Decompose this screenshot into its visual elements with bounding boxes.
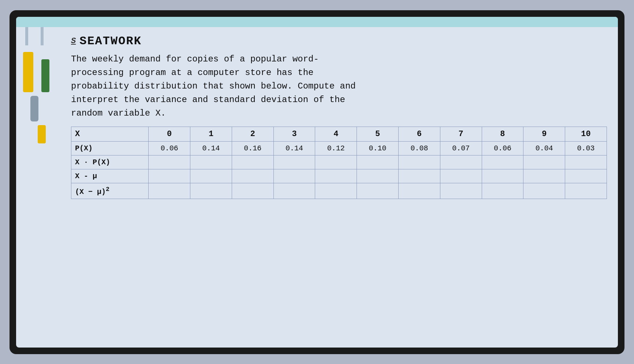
deco-yellow-bar-2	[38, 125, 46, 143]
table-row-xmu: X - μ	[71, 169, 607, 183]
px-val-7: 0.07	[440, 142, 482, 155]
xmu-val-3	[273, 169, 315, 183]
px-val-2: 0.16	[232, 142, 273, 155]
xmu2-val-10	[565, 183, 607, 199]
row-label-xpx: X · P(X)	[71, 155, 149, 169]
xmu2-val-2	[232, 183, 273, 199]
row-label-xmu: X - μ	[71, 169, 149, 183]
xmu2-val-3	[273, 183, 315, 199]
col-header-6: 6	[399, 127, 440, 142]
xpx-val-9	[523, 155, 565, 169]
main-content: S SEATWORK The weekly demand for copies …	[67, 27, 618, 348]
xpx-val-6	[399, 155, 440, 169]
probability-table: X 0 1 2 3 4 5 6 7 8 9 10	[71, 127, 607, 199]
xmu2-val-4	[315, 183, 357, 199]
col-header-1: 1	[190, 127, 232, 142]
xmu-val-7	[440, 169, 482, 183]
xmu-val-9	[523, 169, 565, 183]
desc-line2: processing program at a computer store h…	[71, 68, 314, 78]
paperclip-icon	[25, 27, 44, 45]
px-val-9: 0.04	[523, 142, 565, 155]
px-val-4: 0.12	[315, 142, 357, 155]
sidebar-decoration	[16, 27, 67, 348]
xpx-val-4	[315, 155, 357, 169]
xmu2-val-0	[149, 183, 190, 199]
xmu-val-0	[149, 169, 190, 183]
xmu2-val-1	[190, 183, 232, 199]
desc-line1: The weekly demand for copies of a popula…	[71, 54, 319, 64]
xmu2-val-5	[357, 183, 399, 199]
row-label-xmu2: (X − μ)2	[71, 183, 149, 199]
xpx-val-2	[232, 155, 273, 169]
xpx-val-0	[149, 155, 190, 169]
table-row-px: P(X) 0.06 0.14 0.16 0.14 0.12 0.10 0.08 …	[71, 142, 607, 155]
deco-green-bar	[41, 59, 49, 92]
col-header-4: 4	[315, 127, 357, 142]
xpx-val-8	[482, 155, 523, 169]
desc-line5: random variable X.	[71, 108, 166, 118]
px-val-10: 0.03	[565, 142, 607, 155]
table-header-row: X 0 1 2 3 4 5 6 7 8 9 10	[71, 127, 607, 142]
col-header-9: 9	[523, 127, 565, 142]
seatwork-title: SEATWORK	[79, 34, 142, 48]
col-header-10: 10	[565, 127, 607, 142]
monitor-frame: S SEATWORK The weekly demand for copies …	[10, 10, 624, 354]
table-row-xmu2: (X − μ)2	[71, 183, 607, 199]
px-val-3: 0.14	[273, 142, 315, 155]
xpx-val-10	[565, 155, 607, 169]
px-val-1: 0.14	[190, 142, 232, 155]
xmu-val-8	[482, 169, 523, 183]
desc-line4: interpret the variance and standard devi…	[71, 95, 345, 105]
row-label-px: P(X)	[71, 142, 149, 155]
xmu2-val-6	[399, 183, 440, 199]
xmu2-val-9	[523, 183, 565, 199]
col-header-3: 3	[273, 127, 315, 142]
xmu2-val-8	[482, 183, 523, 199]
xmu-val-4	[315, 169, 357, 183]
px-val-6: 0.08	[399, 142, 440, 155]
xmu-val-1	[190, 169, 232, 183]
xpx-val-1	[190, 155, 232, 169]
desc-line3: probability distribution that shown belo…	[71, 81, 356, 91]
s-underline: S	[71, 37, 76, 46]
px-val-5: 0.10	[357, 142, 399, 155]
xpx-val-5	[357, 155, 399, 169]
xpx-val-7	[440, 155, 482, 169]
xmu-val-2	[232, 169, 273, 183]
xmu2-val-7	[440, 183, 482, 199]
xmu-val-6	[399, 169, 440, 183]
xpx-val-3	[273, 155, 315, 169]
col-header-0: 0	[149, 127, 190, 142]
deco-gray-bar	[30, 96, 38, 121]
px-val-8: 0.06	[482, 142, 523, 155]
table-row-xpx: X · P(X)	[71, 155, 607, 169]
xmu-val-5	[357, 169, 399, 183]
top-strip	[16, 17, 618, 27]
px-val-0: 0.06	[149, 142, 190, 155]
content-area: S SEATWORK The weekly demand for copies …	[16, 27, 618, 348]
description-paragraph: The weekly demand for copies of a popula…	[71, 52, 607, 120]
col-header-7: 7	[440, 127, 482, 142]
col-header-2: 2	[232, 127, 273, 142]
col-header-8: 8	[482, 127, 523, 142]
screen: S SEATWORK The weekly demand for copies …	[16, 17, 618, 348]
col-header-5: 5	[357, 127, 399, 142]
xmu-val-10	[565, 169, 607, 183]
title-row: S SEATWORK	[71, 34, 607, 48]
col-header-x: X	[71, 127, 149, 142]
deco-yellow-bar	[23, 52, 33, 92]
